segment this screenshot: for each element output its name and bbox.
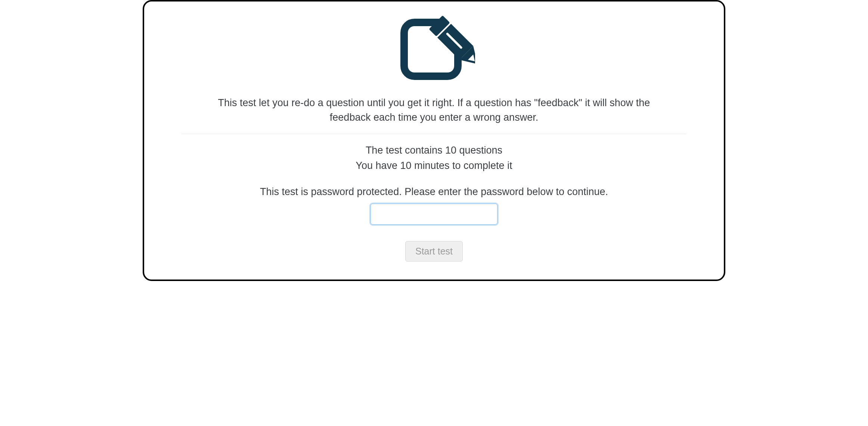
start-test-button[interactable]: Start test — [405, 241, 463, 262]
divider — [182, 134, 686, 134]
edit-pencil-icon — [393, 12, 475, 87]
password-input[interactable] — [371, 204, 497, 225]
test-intro-card: This test let you re-do a question until… — [143, 0, 725, 281]
test-description: This test let you re-do a question until… — [201, 96, 667, 134]
test-info-block: The test contains 10 questions You have … — [182, 143, 686, 173]
password-input-wrapper — [182, 204, 686, 241]
password-prompt: This test is password protected. Please … — [182, 186, 686, 198]
icon-wrapper — [182, 12, 686, 87]
questions-count-line: The test contains 10 questions — [182, 143, 686, 158]
time-limit-line: You have 10 minutes to complete it — [182, 158, 686, 173]
